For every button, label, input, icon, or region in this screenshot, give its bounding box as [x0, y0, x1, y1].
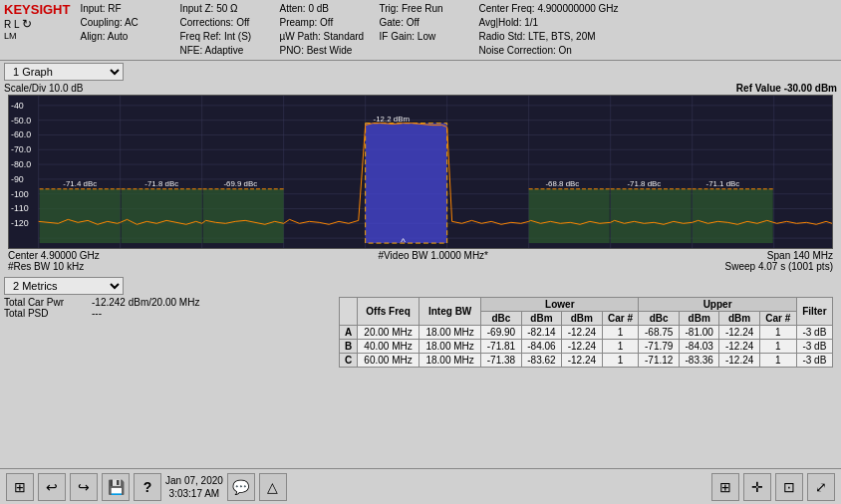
upper-acp-dbc-cell: -68.75 — [639, 326, 679, 340]
svg-text:-50.0: -50.0 — [11, 116, 31, 126]
total-psd-label: Total PSD — [4, 308, 84, 319]
windows-button[interactable]: ⊞ — [6, 473, 34, 501]
upper-acp-dbm-cell: -84.03 — [679, 340, 718, 354]
graph-section: 1 Graph Scale/Div 10.0 dB Ref Value -30.… — [0, 61, 841, 275]
toolbar-left: ⊞ ↩ ↪ 💾 ? Jan 07, 2020 3:03:17 AM 💬 △ — [6, 473, 287, 501]
input-rf: Input: RF — [80, 2, 169, 16]
total-psd-value: --- — [92, 308, 102, 319]
trig: Trig: Free Run — [379, 2, 468, 16]
lower-acp-dbm-cell: -84.06 — [521, 340, 561, 354]
filter-cell: -3 dB — [796, 326, 832, 340]
lower-acp-dbc-cell: -69.90 — [481, 326, 521, 340]
logo: KEYSIGHT — [4, 2, 70, 17]
total-car-pwr-row: Total Car Pwr -12.242 dBm/20.00 MHz — [4, 297, 199, 308]
table-row: B 40.00 MHz 18.00 MHz -71.81 -84.06 -12.… — [340, 340, 833, 354]
datetime-display: Jan 07, 2020 3:03:17 AM — [165, 474, 223, 500]
offs-freq-cell: 20.00 MHz — [357, 326, 419, 340]
graph-selector-row: 1 Graph — [4, 63, 837, 81]
cursor-icon: ✛ — [751, 479, 763, 495]
graph-info-bar: Scale/Div 10.0 dB Ref Value -30.00 dBm — [4, 83, 837, 94]
offs-freq-cell: 60.00 MHz — [357, 354, 419, 368]
upper-acp-dbm-cell: -83.36 — [679, 354, 718, 368]
rl-label: R L — [4, 19, 20, 30]
upper-ref-dbm-cell: -12.24 — [719, 326, 759, 340]
metrics-section: 2 Metrics Total Car Pwr -12.242 dBm/20.0… — [0, 275, 841, 373]
cursor-button[interactable]: ✛ — [743, 473, 771, 501]
expand-icon: ⤢ — [815, 479, 827, 495]
expand-button[interactable]: ⤢ — [807, 473, 835, 501]
upper-ref-dbm-cell: -12.24 — [719, 354, 759, 368]
svg-text:-71.8 dBc: -71.8 dBc — [144, 179, 178, 188]
svg-text:-71.4 dBc: -71.4 dBc — [63, 179, 97, 188]
chat-icon: 💬 — [232, 479, 249, 495]
save-button[interactable]: 💾 — [102, 473, 130, 501]
table-row: A 20.00 MHz 18.00 MHz -69.90 -82.14 -12.… — [340, 326, 833, 340]
grid-icon: ⊞ — [719, 479, 731, 495]
date-label: Jan 07, 2020 — [165, 474, 223, 487]
metrics-dropdown[interactable]: 2 Metrics — [4, 277, 124, 295]
res-bw-label: #Res BW 10 kHz — [8, 261, 84, 272]
svg-text:-100: -100 — [11, 189, 29, 199]
svg-rect-26 — [611, 189, 692, 243]
gate: Gate: Off — [379, 16, 468, 30]
row-label: C — [340, 354, 358, 368]
svg-text:-80.0: -80.0 — [11, 159, 31, 169]
redo-button[interactable]: ↪ — [70, 473, 98, 501]
lower-ref-car-cell: 1 — [602, 326, 639, 340]
svg-text:-68.8 dBc: -68.8 dBc — [545, 179, 579, 188]
offs-freq-cell: 40.00 MHz — [357, 340, 419, 354]
spectrum-svg: -40 -50.0 -60.0 -70.0 -80.0 -90 -100 -11… — [9, 96, 832, 248]
svg-text:-70.0: -70.0 — [11, 144, 31, 154]
upper-ref-dbm-cell: -12.24 — [719, 340, 759, 354]
chat-button[interactable]: 💬 — [227, 473, 255, 501]
save-icon: 💾 — [108, 479, 125, 495]
metrics-values: Total Car Pwr -12.242 dBm/20.00 MHz Tota… — [4, 297, 199, 368]
header-impedance-section: Input Z: 50 Ω Corrections: Off Freq Ref:… — [179, 2, 269, 58]
center-freq: Center Freq: 4.900000000 GHz — [478, 2, 658, 16]
undo-button[interactable]: ↩ — [38, 473, 66, 501]
noise-corr: Noise Correction: On — [478, 44, 658, 58]
grid-button[interactable]: ⊞ — [711, 473, 739, 501]
header-trig-section: Trig: Free Run Gate: Off IF Gain: Low — [379, 2, 468, 44]
help-icon: ? — [143, 479, 152, 495]
lower-acp-dbc-cell: -71.38 — [481, 354, 521, 368]
rl-arrow-icon: ↻ — [22, 17, 32, 31]
center-freq-label: Center 4.90000 GHz — [8, 250, 100, 261]
acp-table-container: Offs Freq Integ BW Lower Upper Filter dB… — [339, 297, 833, 368]
total-psd-row: Total PSD --- — [4, 308, 199, 319]
col-lower-header: Lower — [481, 298, 639, 312]
svg-text:-110: -110 — [11, 203, 29, 213]
video-bw-label: #Video BW 1.0000 MHz* — [379, 250, 488, 261]
atten: Atten: 0 dB — [279, 2, 369, 16]
integ-bw-cell: 18.00 MHz — [420, 326, 481, 340]
freqRef: Freq Ref: Int (S) — [179, 30, 269, 44]
undo-icon: ↩ — [46, 479, 58, 495]
total-car-pwr-value: -12.242 dBm/20.00 MHz — [92, 297, 199, 308]
zoom-button[interactable]: ⊡ — [775, 473, 803, 501]
upper-acp-dbc-cell: -71.79 — [639, 340, 679, 354]
total-car-pwr-label: Total Car Pwr — [4, 297, 84, 308]
lower-ref-car-cell: 1 — [602, 354, 639, 368]
col-upper-ref-car: Car # — [759, 312, 796, 326]
ref-value: Ref Value -30.00 dBm — [736, 83, 837, 94]
svg-text:^: ^ — [401, 236, 406, 247]
svg-text:-71.8 dBc: -71.8 dBc — [627, 179, 661, 188]
graph-dropdown[interactable]: 1 Graph — [4, 63, 124, 81]
upper-acp-dbm-cell: -81.00 — [679, 326, 718, 340]
help-button[interactable]: ? — [134, 473, 161, 501]
svg-text:-60.0: -60.0 — [11, 129, 31, 139]
upper-ref-car-cell: 1 — [759, 354, 796, 368]
corrections: Corrections: Off — [179, 16, 269, 30]
svg-text:-120: -120 — [11, 218, 29, 228]
svg-rect-21 — [40, 189, 121, 243]
redo-icon: ↪ — [78, 479, 90, 495]
lower-acp-dbm-cell: -82.14 — [521, 326, 561, 340]
triangle-button[interactable]: △ — [259, 473, 287, 501]
header-center-freq-section: Center Freq: 4.900000000 GHz Avg|Hold: 1… — [478, 2, 658, 58]
integ-bw-cell: 18.00 MHz — [420, 340, 481, 354]
sweep-label: Sweep 4.07 s (1001 pts) — [725, 261, 833, 272]
col-upper-acp-dbm: dBm — [679, 312, 718, 326]
filter-cell: -3 dB — [796, 340, 832, 354]
lm-label: LM — [4, 31, 70, 41]
filter-cell: -3 dB — [796, 354, 832, 368]
